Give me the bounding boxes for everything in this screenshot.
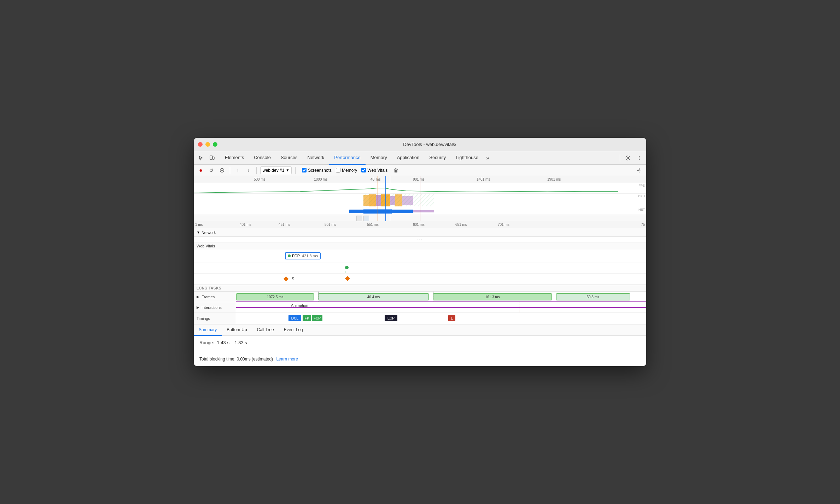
frames-label: ▶ Frames bbox=[194, 292, 236, 302]
checkbox-group: Screenshots Memory Web Vitals 🗑 bbox=[302, 166, 400, 175]
frames-text: Frames bbox=[202, 295, 215, 299]
frame-bar-4: 59.8 ms bbox=[556, 293, 630, 300]
settings-icon[interactable] bbox=[623, 153, 633, 163]
frames-purple-line bbox=[236, 301, 646, 302]
tab-security[interactable]: Security bbox=[424, 151, 451, 165]
summary-spacer bbox=[199, 345, 641, 354]
more-tabs-button[interactable]: » bbox=[483, 155, 492, 161]
lcp-green-dot bbox=[345, 266, 349, 269]
tab-list: Elements Console Sources Network Perform… bbox=[220, 151, 618, 165]
frames-content: 1072.5 ms 40.4 ms 161.3 ms 59.8 ms bbox=[236, 292, 646, 302]
timing-dcl-bar: DCL bbox=[288, 315, 301, 321]
tracks-panel: ▶ Frames 1072.5 ms 40.4 ms 161.3 ms 59.8… bbox=[194, 292, 646, 324]
svg-rect-19 bbox=[363, 209, 392, 214]
tab-performance[interactable]: Performance bbox=[329, 151, 365, 165]
ruler-1401ms: 1401 ms bbox=[477, 177, 490, 181]
blocking-time-row: Total blocking time: 0.00ms (estimated) … bbox=[199, 357, 641, 362]
ruler-ms: ms bbox=[376, 177, 380, 181]
svg-point-2 bbox=[627, 157, 629, 159]
cursor-icon[interactable] bbox=[196, 153, 206, 163]
toolbar-divider-1 bbox=[230, 167, 230, 174]
ls-marker: LS bbox=[284, 277, 294, 281]
svg-rect-20 bbox=[413, 210, 434, 212]
fcp-label: FCP bbox=[292, 254, 300, 258]
tab-lighthouse[interactable]: Lighthouse bbox=[451, 151, 483, 165]
learn-more-link[interactable]: Learn more bbox=[276, 357, 298, 362]
ls-diamond-left bbox=[284, 276, 288, 281]
tab-sources[interactable]: Sources bbox=[276, 151, 303, 165]
tab-event-log[interactable]: Event Log bbox=[279, 324, 308, 336]
timing-l-bar: L bbox=[448, 315, 455, 321]
tab-application[interactable]: Application bbox=[392, 151, 425, 165]
close-button[interactable] bbox=[198, 142, 203, 147]
timing-lcp-bar: LCP bbox=[385, 315, 397, 321]
device-mode-icon[interactable] bbox=[207, 153, 217, 163]
timings-text: Timings bbox=[197, 316, 210, 321]
memory-checkbox[interactable] bbox=[336, 168, 340, 172]
frame-1-label: 1072.5 ms bbox=[267, 295, 284, 299]
tab-summary[interactable]: Summary bbox=[194, 324, 222, 336]
interactions-dashed-line bbox=[519, 302, 519, 312]
memory-checkbox-label[interactable]: Memory bbox=[336, 168, 357, 173]
tab-bottom-up[interactable]: Bottom-Up bbox=[222, 324, 252, 336]
export-button[interactable]: ↓ bbox=[244, 166, 253, 175]
reload-button[interactable]: ↺ bbox=[207, 166, 216, 175]
ruler-40ms: 40 bbox=[371, 177, 374, 181]
devtools-tab-bar: Elements Console Sources Network Perform… bbox=[194, 151, 646, 165]
summary-tabs: Summary Bottom-Up Call Tree Event Log bbox=[194, 324, 646, 336]
ruler-901ms: 901 ms bbox=[413, 177, 425, 181]
ruler-451ms: 451 ms bbox=[279, 223, 290, 227]
ruler-651ms: 651 ms bbox=[455, 223, 467, 227]
interactions-label: ▶ Interactions bbox=[194, 302, 236, 312]
tab-memory[interactable]: Memory bbox=[366, 151, 392, 165]
import-button[interactable]: ↑ bbox=[234, 166, 242, 175]
interactions-bar bbox=[236, 307, 646, 308]
interactions-row: ▶ Interactions Animation bbox=[194, 302, 646, 313]
ls-label: LS bbox=[290, 277, 294, 281]
maximize-button[interactable] bbox=[213, 142, 217, 147]
web-vitals-checkbox[interactable] bbox=[361, 168, 366, 172]
svg-rect-16 bbox=[363, 194, 434, 206]
timing-fcp-bar: FCP bbox=[312, 315, 322, 321]
fcp-track-row: FCP 421.8 ms bbox=[194, 250, 646, 263]
ruler-500ms: 500 ms bbox=[254, 177, 266, 181]
range-label: Range: bbox=[199, 340, 214, 345]
svg-point-3 bbox=[639, 156, 640, 157]
frame-4-label: 59.8 ms bbox=[587, 295, 599, 299]
tab-network[interactable]: Network bbox=[303, 151, 329, 165]
frames-row: ▶ Frames 1072.5 ms 40.4 ms 161.3 ms 59.8… bbox=[194, 292, 646, 302]
frame-3-label: 161.3 ms bbox=[485, 295, 500, 299]
ruler-1ms: 1 ms bbox=[195, 223, 203, 227]
record-button[interactable]: ● bbox=[197, 166, 205, 175]
more-options-icon[interactable] bbox=[634, 153, 644, 163]
clear-button[interactable] bbox=[218, 166, 226, 175]
network-section-header[interactable]: ▼ Network bbox=[194, 228, 646, 237]
toolbar-divider-3 bbox=[295, 167, 296, 174]
screenshots-checkbox-label[interactable]: Screenshots bbox=[302, 168, 332, 173]
timing-fcp-label: FCP bbox=[314, 316, 321, 320]
frame-bar-1: 1072.5 ms bbox=[236, 293, 314, 300]
tab-console[interactable]: Console bbox=[249, 151, 276, 165]
blocking-time-label: Total blocking time: 0.00ms (estimated) bbox=[199, 357, 273, 362]
ruler-401ms: 401 ms bbox=[240, 223, 251, 227]
tab-elements[interactable]: Elements bbox=[220, 151, 249, 165]
timeline-ruler-bottom: 1 ms 401 ms 451 ms 501 ms 551 ms 601 ms … bbox=[194, 221, 646, 228]
fcp-green-dot bbox=[288, 254, 291, 257]
trash-button[interactable]: 🗑 bbox=[392, 166, 400, 175]
timeline-ruler-top: 500 ms 1000 ms 40 ms 901 ms 1401 ms 1901… bbox=[194, 176, 646, 183]
long-tasks-header: LONG TASKS bbox=[194, 285, 646, 292]
timing-lcp-label: LCP bbox=[387, 316, 395, 320]
ls-track-row: LS bbox=[194, 274, 646, 285]
titlebar: DevTools - web.dev/vitals/ bbox=[194, 138, 646, 151]
toolbar-right bbox=[618, 153, 644, 163]
timings-label: Timings bbox=[194, 313, 236, 324]
screenshots-checkbox[interactable] bbox=[302, 168, 307, 172]
tab-call-tree[interactable]: Call Tree bbox=[252, 324, 279, 336]
web-vitals-checkbox-label[interactable]: Web Vitals bbox=[361, 168, 387, 173]
fcp-marker: FCP 421.8 ms bbox=[285, 252, 321, 259]
session-select[interactable]: web.dev #1 ▼ bbox=[260, 166, 292, 174]
range-text: Range: 1.43 s – 1.83 s bbox=[199, 340, 641, 345]
minimize-button[interactable] bbox=[205, 142, 210, 147]
capture-settings-button[interactable] bbox=[635, 166, 643, 175]
frames-arrow: ▶ bbox=[197, 295, 199, 299]
